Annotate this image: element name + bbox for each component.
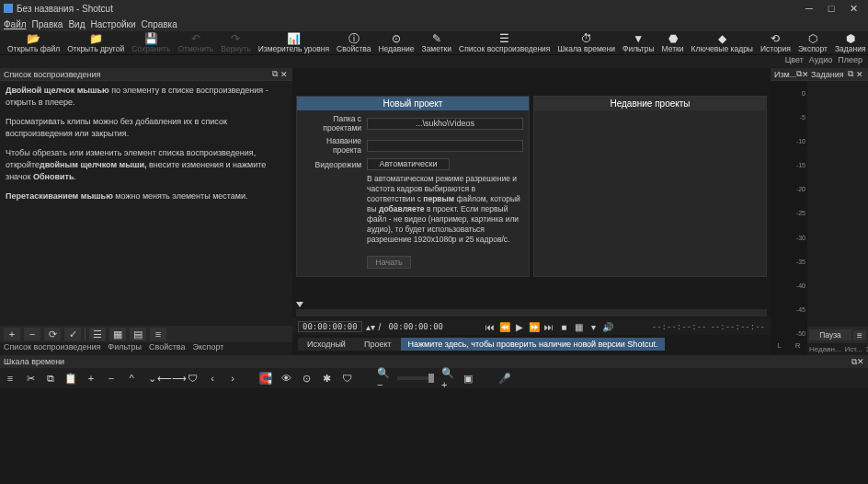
marker-add-button[interactable]: 🛡 xyxy=(186,372,199,385)
timeline-canvas[interactable] xyxy=(0,388,868,484)
timeline-button[interactable]: ⏱Шкала времени xyxy=(557,33,614,54)
tab-export[interactable]: Экспорт xyxy=(193,342,224,355)
filters-button[interactable]: ▼Фильтры xyxy=(622,33,655,54)
ripple-markers-button[interactable]: 🛡 xyxy=(340,372,353,385)
videomode-select[interactable]: Автоматически xyxy=(367,158,450,170)
forward-button[interactable]: ⏩ xyxy=(529,322,540,332)
pause-button[interactable]: Пауза xyxy=(809,329,851,340)
remove-button[interactable]: − xyxy=(105,372,118,385)
playlist-view-list-button[interactable]: ≡ xyxy=(150,328,166,340)
tasks-restore-icon[interactable]: ⧉ xyxy=(846,69,855,79)
record-audio-button[interactable]: 🎤 xyxy=(498,372,511,385)
timeline-menu-button[interactable]: ≡ xyxy=(4,372,17,385)
properties-button[interactable]: ⓘСвойства xyxy=(337,33,371,54)
prev-marker-button[interactable]: ‹ xyxy=(206,372,219,385)
minimize-button[interactable]: ─ xyxy=(798,1,820,16)
playlist-panel: Список воспроизведения ⧉ ✕ Двойной щелчо… xyxy=(0,68,292,355)
save-button[interactable]: 💾Сохранить xyxy=(131,33,170,54)
lift-button[interactable]: ^ xyxy=(125,372,138,385)
playlist-update-button[interactable]: ⟳ xyxy=(44,328,61,340)
tab-history[interactable]: Ист... xyxy=(845,345,862,353)
close-button[interactable]: ✕ xyxy=(842,1,864,16)
playlist-remove-button[interactable]: − xyxy=(24,328,40,340)
cut-button[interactable]: ✂ xyxy=(24,372,37,385)
tasks-close-icon[interactable]: ✕ xyxy=(855,70,864,79)
update-notice[interactable]: Нажмите здесь, чтобы проверить наличие н… xyxy=(401,338,666,351)
folder-input[interactable]: ...\sukho\Videos xyxy=(367,118,523,130)
zoom-dropdown-icon[interactable]: ▾ xyxy=(588,322,599,332)
playlist-add-button[interactable]: + xyxy=(4,328,20,340)
rewind-button[interactable]: ⏪ xyxy=(499,322,510,332)
history-button[interactable]: ⟲История xyxy=(760,33,791,54)
menu-help[interactable]: Справка xyxy=(142,19,177,29)
ripple-all-button[interactable]: ✱ xyxy=(320,372,333,385)
append-button[interactable]: + xyxy=(85,372,97,385)
notes-button[interactable]: ✎Заметки xyxy=(422,33,452,54)
zoom-fit-button[interactable]: ▣ xyxy=(462,372,474,385)
zoom-slider[interactable] xyxy=(397,376,434,380)
open-other-icon: 📁 xyxy=(88,33,103,44)
playlist-help-text: Двойной щелчок мышью по элементу в списк… xyxy=(0,81,292,213)
recent-button[interactable]: ⊙Недавние xyxy=(378,33,414,54)
export-button[interactable]: ⬡Экспорт xyxy=(798,33,828,54)
grid-button[interactable]: ▦ xyxy=(573,322,584,332)
open-other-button[interactable]: 📁Открыть другой xyxy=(67,33,124,54)
tab-source[interactable]: Исходный xyxy=(298,338,355,351)
tab-project[interactable]: Проект xyxy=(355,338,401,351)
open-file-button[interactable]: 📂Открыть файл xyxy=(7,33,60,54)
zoom-in-button[interactable]: 🔍+ xyxy=(441,372,454,385)
markers-button[interactable]: ⬣Метки xyxy=(662,33,684,54)
ripple-button[interactable]: ⊙ xyxy=(300,372,313,385)
paste-button[interactable]: 📋 xyxy=(64,372,77,385)
split-button[interactable]: ⟵⟶ xyxy=(166,372,178,385)
scrub-button[interactable]: 👁 xyxy=(280,372,292,385)
menu-file[interactable]: Файл xyxy=(4,19,27,29)
undo-button[interactable]: ↶Отменить xyxy=(177,33,213,54)
playhead-marker-icon[interactable] xyxy=(296,302,303,307)
properties-icon: ⓘ xyxy=(347,33,361,44)
new-project-title: Новый проект xyxy=(297,97,529,110)
playlist-view-tiles-button[interactable]: ▦ xyxy=(109,328,126,340)
start-button[interactable]: Начать xyxy=(367,256,411,269)
scrub-bar[interactable] xyxy=(296,309,767,317)
zoom-out-button[interactable]: 🔍− xyxy=(377,372,390,385)
name-input[interactable] xyxy=(367,140,523,152)
mode-player[interactable]: Плеер xyxy=(838,55,862,68)
stop-button[interactable]: ■ xyxy=(558,322,569,332)
next-marker-button[interactable]: › xyxy=(226,372,239,385)
menu-settings[interactable]: Настройки xyxy=(90,19,135,29)
timeline-close-icon[interactable]: ✕ xyxy=(857,357,864,366)
playlist-view-icons-button[interactable]: ▤ xyxy=(130,328,146,340)
redo-button[interactable]: ↷Вернуть xyxy=(221,33,250,54)
keyframes-button[interactable]: ◆Ключевые кадры xyxy=(691,33,753,54)
timecode-current[interactable]: 00:00:00:00 xyxy=(298,321,362,332)
timecode-spinner-icon[interactable]: ▴▾ xyxy=(366,322,375,332)
tab-properties[interactable]: Свойства xyxy=(149,342,186,355)
skip-start-button[interactable]: ⏮ xyxy=(485,322,496,332)
tab-filters[interactable]: Фильтры xyxy=(108,342,142,355)
overwrite-button[interactable]: ⌄ xyxy=(145,372,158,385)
mode-color[interactable]: Цвет xyxy=(785,55,804,68)
playlist-close-icon[interactable]: ✕ xyxy=(280,70,289,79)
recent-projects-panel: Недавние проекты xyxy=(533,96,767,277)
level-meter-button[interactable]: 📊Измеритель уровня xyxy=(258,33,329,54)
playlist-button[interactable]: ☰Список воспроизведения xyxy=(459,33,550,54)
tasks-menu-icon[interactable]: ≡ xyxy=(853,330,866,340)
tab-playlist[interactable]: Список воспроизведения xyxy=(4,342,100,355)
jobs-button[interactable]: ⬢Задания xyxy=(835,33,866,54)
snap-button[interactable]: 🧲 xyxy=(259,372,272,385)
zoom-handle[interactable] xyxy=(428,374,434,383)
volume-button[interactable]: 🔊 xyxy=(602,322,613,332)
mode-audio[interactable]: Аудио xyxy=(809,55,832,68)
playlist-check-button[interactable]: ✓ xyxy=(64,328,81,340)
copy-button[interactable]: ⧉ xyxy=(44,372,57,385)
transport-bar: 00:00:00:00 ▴▾ / 00:00:00:00 ⏮ ⏪ ▶ ⏩ ⏭ ■… xyxy=(292,318,771,335)
playlist-view-detail-button[interactable]: ☰ xyxy=(89,328,106,340)
menu-edit[interactable]: Правка xyxy=(32,19,63,29)
tab-recent[interactable]: Недавн... xyxy=(809,345,841,353)
maximize-button[interactable]: □ xyxy=(820,1,842,16)
skip-end-button[interactable]: ⏭ xyxy=(543,322,554,332)
play-button[interactable]: ▶ xyxy=(514,322,525,332)
menu-view[interactable]: Вид xyxy=(68,19,85,29)
playlist-restore-icon[interactable]: ⧉ xyxy=(270,69,280,79)
